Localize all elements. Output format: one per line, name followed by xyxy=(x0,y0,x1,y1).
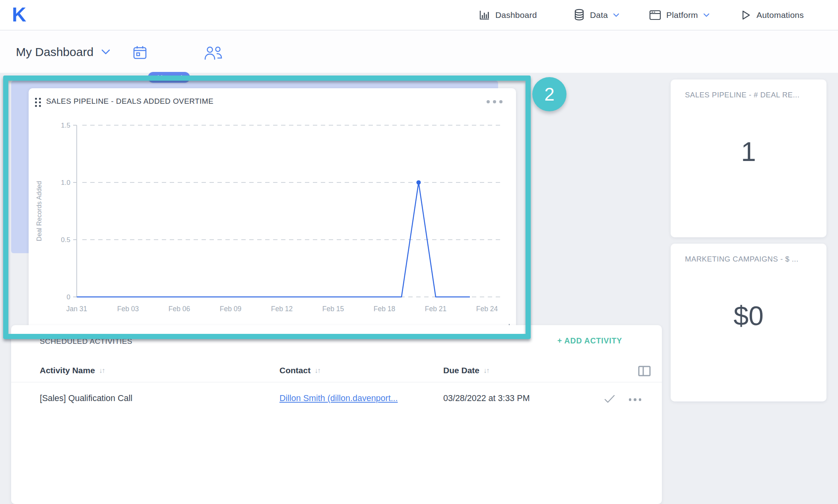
dashboard-selector[interactable]: My Dashboard xyxy=(16,31,110,73)
bar-chart-icon xyxy=(478,9,490,21)
stat-card-deals: SALES PIPELINE - # DEAL RE... 1 xyxy=(671,79,826,237)
svg-text:Feb 06: Feb 06 xyxy=(169,305,190,313)
nav-item-platform[interactable]: Platform xyxy=(649,0,710,30)
nav-label-platform: Platform xyxy=(666,10,698,20)
svg-text:Feb 03: Feb 03 xyxy=(117,305,139,313)
stat-card-value: $0 xyxy=(671,300,826,331)
stat-card-title: MARKETING CAMPAIGNS - $ ... xyxy=(685,255,815,264)
deals-added-line-chart: 00.51.01.5Jan 31Feb 03Feb 06Feb 09Feb 12… xyxy=(29,88,516,334)
activities-table-header: Activity Name ↓↑ Contact ↓↑ Due Date ↓↑ xyxy=(11,360,662,382)
annotation-step-badge: 2 xyxy=(532,77,566,111)
nav-item-automations[interactable]: Automations xyxy=(740,0,804,30)
add-activity-button[interactable]: + ADD ACTIVITY xyxy=(557,336,622,345)
svg-text:Feb 15: Feb 15 xyxy=(322,305,344,313)
stat-card-value: 1 xyxy=(671,136,826,167)
scheduled-activities-title: SCHEDULED ACTIVITIES xyxy=(40,337,132,346)
svg-text:Feb 21: Feb 21 xyxy=(425,305,446,313)
top-nav-bar: K Dashboard Data Platform xyxy=(0,0,838,30)
sort-icon: ↓↑ xyxy=(483,366,489,375)
svg-text:0.5: 0.5 xyxy=(61,236,70,244)
svg-text:Feb 12: Feb 12 xyxy=(271,305,293,313)
svg-text:Feb 18: Feb 18 xyxy=(374,305,395,313)
nav-label-data: Data xyxy=(590,10,608,20)
database-icon xyxy=(574,9,585,21)
activity-table-row[interactable]: [Sales] Qualification Call Dillon Smith … xyxy=(11,382,662,416)
sort-icon: ↓↑ xyxy=(314,366,320,375)
chevron-down-icon xyxy=(703,13,710,17)
column-header-due-date[interactable]: Due Date ↓↑ xyxy=(443,366,489,375)
contact-link[interactable]: Dillon Smith (dillon.davenport... xyxy=(279,394,398,403)
play-icon xyxy=(740,10,751,21)
browser-window-icon xyxy=(649,10,661,21)
column-header-contact[interactable]: Contact ↓↑ xyxy=(279,366,320,375)
scheduled-activities-card: SCHEDULED ACTIVITIES + ADD ACTIVITY Acti… xyxy=(11,325,662,504)
svg-text:Jan 31: Jan 31 xyxy=(66,305,87,313)
svg-text:Deal Records Added: Deal Records Added xyxy=(35,181,43,241)
people-icon xyxy=(204,46,223,61)
chevron-down-icon xyxy=(613,13,619,17)
due-date-cell: 03/28/2022 at 3:33 PM xyxy=(443,394,530,403)
dashboard-header: My Dashboard This Month xyxy=(0,31,838,73)
chevron-down-icon xyxy=(101,49,110,54)
nav-label-dashboard: Dashboard xyxy=(495,10,537,20)
activity-name-cell: [Sales] Qualification Call xyxy=(40,394,132,403)
keap-logo[interactable]: K xyxy=(12,1,26,29)
row-menu-ellipsis-icon[interactable] xyxy=(629,398,642,401)
calendar-icon xyxy=(132,45,147,60)
svg-text:1.5: 1.5 xyxy=(61,122,70,129)
page-title: My Dashboard xyxy=(16,45,93,59)
date-filter-badge[interactable]: This Month xyxy=(148,72,190,83)
nav-item-dashboard[interactable]: Dashboard xyxy=(478,0,537,30)
columns-settings-icon[interactable] xyxy=(638,366,651,376)
users-filter-button[interactable] xyxy=(204,46,223,62)
sort-icon: ↓↑ xyxy=(99,366,105,375)
column-header-activity-name[interactable]: Activity Name ↓↑ xyxy=(40,366,105,375)
stat-card-title: SALES PIPELINE - # DEAL RE... xyxy=(685,91,815,99)
svg-text:1.0: 1.0 xyxy=(61,179,70,186)
svg-text:0: 0 xyxy=(67,293,70,301)
svg-text:Feb 09: Feb 09 xyxy=(220,305,241,313)
svg-text:Feb 24: Feb 24 xyxy=(476,305,498,313)
date-range-button[interactable] xyxy=(132,45,147,62)
nav-label-automations: Automations xyxy=(757,10,804,20)
stat-card-marketing: MARKETING CAMPAIGNS - $ ... $0 xyxy=(671,244,826,401)
deals-added-chart-card: SALES PIPELINE - DEALS ADDED OVERTIME 00… xyxy=(29,88,516,334)
complete-check-icon[interactable] xyxy=(604,394,616,404)
nav-item-data[interactable]: Data xyxy=(574,0,619,30)
